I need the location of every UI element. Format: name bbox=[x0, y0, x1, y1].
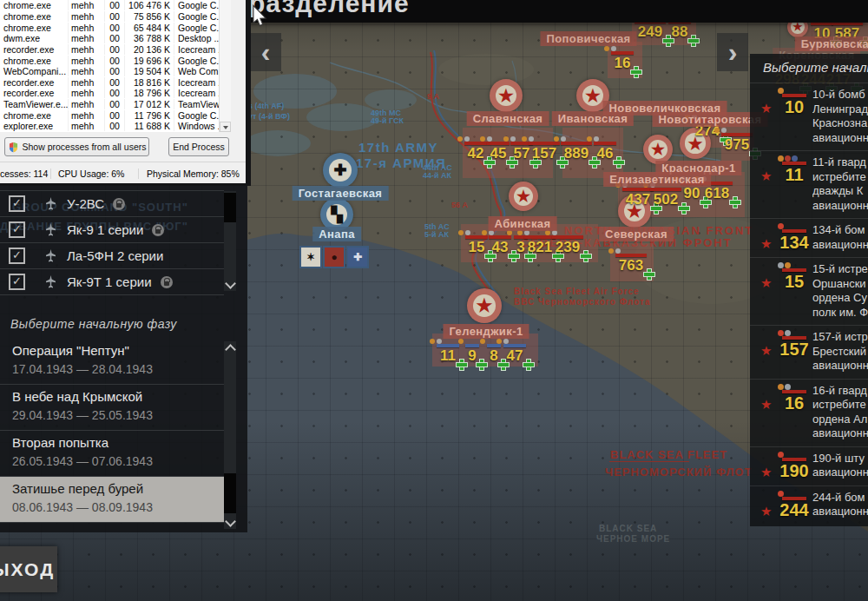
medal-dot bbox=[778, 223, 784, 229]
process-cpu: 00 bbox=[104, 33, 124, 43]
map-prev-arrow-button[interactable]: ‹ bbox=[250, 33, 281, 71]
process-memory: 36 788 K bbox=[124, 33, 174, 43]
aircraft-row[interactable]: ✓Як-9Т 1 серии bbox=[0, 269, 224, 295]
process-row[interactable]: WebCompani...mehh0019 504 KWeb Com... bbox=[0, 66, 219, 77]
chevron-up-icon[interactable] bbox=[225, 344, 236, 355]
regiment-name-line: Оршански bbox=[812, 277, 868, 292]
task-manager-window[interactable]: chrome.exemehh00106 476 KGoogle C...chro… bbox=[0, 0, 251, 186]
process-cpu: 00 bbox=[104, 66, 124, 76]
medal-dot bbox=[778, 452, 784, 458]
regiment-item[interactable]: ★244244-й бомавиационн bbox=[750, 485, 868, 525]
checkbox[interactable]: ✓ bbox=[9, 274, 25, 290]
aircraft-icon bbox=[46, 197, 56, 211]
process-cpu: 00 bbox=[104, 77, 124, 88]
scrollbar-thumb[interactable] bbox=[224, 473, 236, 513]
aircraft-list-scrollbar[interactable] bbox=[224, 191, 236, 291]
task-manager-status-bar: cesses: 114 CPU Usage: 6% Physical Memor… bbox=[0, 162, 246, 184]
regiment-number: 190 bbox=[776, 461, 812, 480]
process-user: mehh bbox=[68, 11, 104, 22]
phase-title: Затишье перед бурей bbox=[12, 479, 224, 499]
regiment-item[interactable]: ★190190-й штуавиационн bbox=[750, 446, 868, 485]
process-row[interactable]: dwm.exemehh0036 788 KDesktop ... bbox=[0, 33, 219, 44]
phase-item[interactable]: Операция "Нептун"17.04.1943 — 28.04.1943 bbox=[0, 339, 224, 385]
red-star-icon: ★ bbox=[760, 101, 776, 145]
scroll-down-button[interactable] bbox=[220, 122, 231, 132]
regiment-item[interactable]: ★1515-й истреОршанскиордена Суполк им. Ф bbox=[750, 257, 868, 325]
chevron-down-icon[interactable] bbox=[225, 516, 236, 527]
process-cpu: 00 bbox=[104, 0, 124, 10]
regiment-name-line: 15-й истре bbox=[812, 262, 868, 277]
regiment-name-line: 190-й шту bbox=[812, 452, 868, 466]
medal-icons bbox=[778, 384, 812, 390]
regiment-item[interactable]: ★1111-й гвардистребитедважды Кавиационн bbox=[750, 150, 868, 218]
process-description: Google C... bbox=[174, 56, 220, 66]
end-process-button[interactable]: End Process bbox=[168, 137, 229, 156]
phase-item[interactable]: В небе над Крымской29.04.1943 — 25.05.19… bbox=[0, 385, 224, 431]
regiment-number: 15 bbox=[776, 272, 812, 291]
phase-dates: 29.04.1943 — 25.05.1943 bbox=[12, 406, 224, 425]
medal-icons bbox=[778, 452, 812, 458]
regiment-name-line: 10-й бомб bbox=[812, 88, 868, 102]
red-star-icon: ★ bbox=[760, 465, 776, 480]
map-next-arrow-button[interactable]: › bbox=[717, 33, 748, 71]
process-row[interactable]: explorer.exemehh0011 688 KWindows ... bbox=[0, 121, 219, 132]
checkbox[interactable]: ✓ bbox=[9, 248, 25, 264]
phase-list-scrollbar[interactable] bbox=[224, 341, 236, 529]
phase-dates: 17.04.1943 — 28.04.1943 bbox=[12, 360, 224, 379]
aircraft-row[interactable]: ✓Як-9 1 серии bbox=[0, 217, 224, 243]
regiment-name-line: дважды К bbox=[812, 184, 868, 199]
process-memory: 11 688 K bbox=[124, 121, 174, 131]
page-title: разделение bbox=[249, 0, 410, 18]
regiment-emblem-icon: 15 bbox=[776, 262, 812, 320]
phase-item[interactable]: Вторая попытка26.05.1943 — 07.06.1943 bbox=[0, 431, 224, 477]
aircraft-row[interactable]: ✓У-2ВС bbox=[0, 191, 224, 217]
regiment-item[interactable]: ★1616-й гвардистребитеордена Алавиационн bbox=[750, 379, 868, 446]
process-description: Icecream ... bbox=[174, 88, 220, 98]
cpu-usage: CPU Usage: 6% bbox=[50, 168, 138, 179]
checkbox[interactable]: ✓ bbox=[9, 195, 25, 212]
chevron-right-icon: › bbox=[728, 38, 738, 66]
end-process-label: End Process bbox=[173, 142, 225, 152]
process-row[interactable]: chrome.exemehh00106 476 KGoogle C... bbox=[0, 0, 219, 11]
regiment-name-line: авиационн bbox=[812, 359, 868, 373]
process-row[interactable]: recorder.exemehh0018 796 KIcecream ... bbox=[0, 88, 219, 99]
regiment-emblem-icon: 16 bbox=[776, 384, 812, 441]
process-row[interactable]: recorder.exemehh0020 136 KIcecream ... bbox=[0, 44, 219, 56]
process-row[interactable]: chrome.exemehh0011 796 KGoogle C... bbox=[0, 109, 219, 121]
regiment-name: 244-й бомавиационн bbox=[812, 491, 868, 519]
process-cpu: 00 bbox=[104, 44, 124, 55]
regiment-name-line: ордена Ал bbox=[812, 413, 868, 427]
aircraft-label: Як-9 1 серии bbox=[67, 222, 143, 237]
medal-icons bbox=[778, 330, 812, 336]
phase-item-selected[interactable]: Затишье перед бурей08.06.1943 — 08.09.19… bbox=[0, 477, 224, 523]
phase-dates: 08.06.1943 — 08.09.1943 bbox=[12, 499, 224, 517]
process-user: mehh bbox=[68, 88, 104, 98]
regiment-number: 134 bbox=[776, 233, 812, 252]
process-list-scrollbar[interactable] bbox=[219, 0, 231, 132]
process-row[interactable]: chrome.exemehh0075 856 KGoogle C... bbox=[0, 11, 219, 23]
medal-dot bbox=[785, 330, 791, 336]
red-star-icon: ★ bbox=[760, 504, 776, 519]
process-name: recorder.exe bbox=[0, 77, 68, 88]
regiment-item[interactable]: ★134134-й бомавиационн bbox=[750, 218, 868, 257]
show-all-processes-button[interactable]: Show processes from all users bbox=[4, 137, 149, 156]
phase-select-header: Выберите начальную фазу bbox=[10, 317, 177, 331]
aircraft-label: Як-9Т 1 серии bbox=[67, 274, 152, 289]
lock-icon bbox=[161, 276, 173, 288]
process-name: chrome.exe bbox=[0, 56, 68, 66]
exit-button[interactable]: ВЫХОД bbox=[0, 546, 57, 592]
regiment-item[interactable]: ★157157-й истрБрестскийавиационн bbox=[750, 325, 868, 379]
medal-dot bbox=[785, 384, 791, 390]
medal-dot bbox=[778, 88, 784, 94]
chevron-down-icon[interactable] bbox=[225, 278, 236, 289]
checkbox[interactable]: ✓ bbox=[9, 221, 25, 238]
process-row[interactable]: chrome.exemehh0065 484 KGoogle C... bbox=[0, 22, 219, 33]
regiment-item[interactable]: ★1010-й бомбЛенинградКраснознаавиационн bbox=[750, 83, 868, 150]
aircraft-row[interactable]: ✓Ла-5ФН 2 серии bbox=[0, 243, 224, 269]
process-list[interactable]: chrome.exemehh00106 476 KGoogle C...chro… bbox=[0, 0, 220, 132]
process-row[interactable]: TeamViewer.e...mehh0017 012 KTeamViewer bbox=[0, 99, 219, 110]
process-row[interactable]: chrome.exemehh0019 696 KGoogle C... bbox=[0, 55, 219, 66]
process-row[interactable]: recorder.exemehh0018 816 KIcecream ... bbox=[0, 76, 219, 88]
scrollbar-thumb[interactable] bbox=[224, 193, 236, 222]
regiment-emblem-icon: 10 bbox=[776, 88, 812, 145]
